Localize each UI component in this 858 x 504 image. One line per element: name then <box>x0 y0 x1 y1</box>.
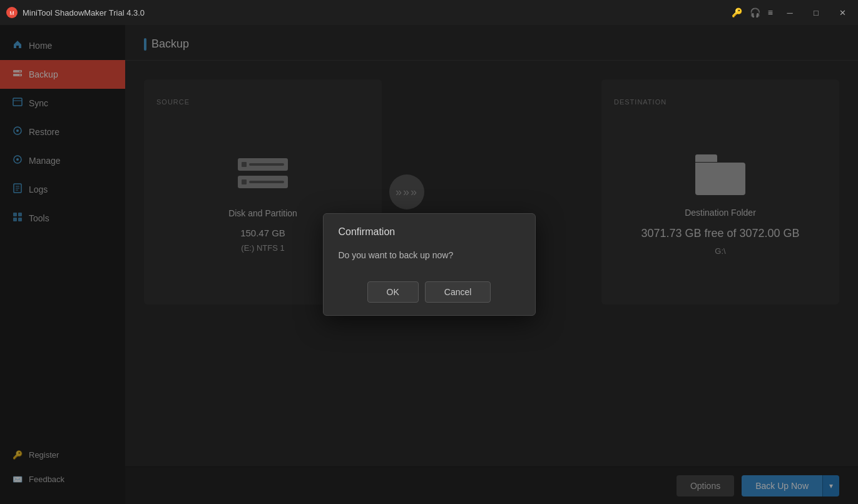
confirmation-dialog: Confirmation Do you want to back up now?… <box>323 213 536 316</box>
modal-footer: OK Cancel <box>324 275 535 315</box>
key-icon[interactable]: 🔑 <box>732 8 742 18</box>
app-logo: M <box>6 7 18 18</box>
maximize-button[interactable]: □ <box>807 3 825 22</box>
modal-title: Confirmation <box>324 214 535 244</box>
headphone-icon[interactable]: 🎧 <box>750 8 760 18</box>
modal-body: Do you want to back up now? <box>324 244 535 275</box>
modal-cancel-button[interactable]: Cancel <box>425 281 491 303</box>
close-button[interactable]: ✕ <box>833 3 852 22</box>
modal-overlay: Confirmation Do you want to back up now?… <box>0 25 858 504</box>
modal-ok-button[interactable]: OK <box>367 281 419 303</box>
titlebar-left: M MiniTool ShadowMaker Trial 4.3.0 <box>6 7 145 18</box>
menu-icon[interactable]: ≡ <box>768 8 773 18</box>
titlebar-controls: 🔑 🎧 ≡ ─ □ ✕ <box>732 3 852 22</box>
app-title: MiniTool ShadowMaker Trial 4.3.0 <box>23 8 145 18</box>
minimize-button[interactable]: ─ <box>780 3 799 22</box>
titlebar: M MiniTool ShadowMaker Trial 4.3.0 🔑 🎧 ≡… <box>0 0 858 25</box>
svg-text:M: M <box>9 10 14 16</box>
